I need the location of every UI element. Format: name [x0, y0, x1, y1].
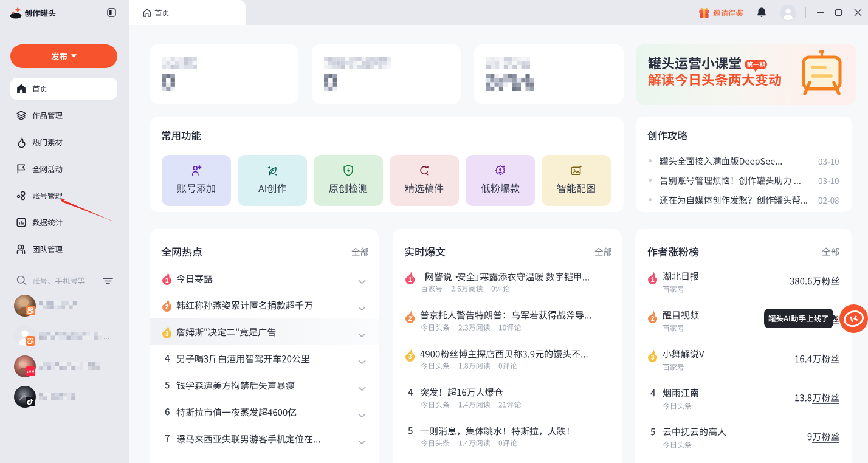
svg-text:2: 2 [651, 316, 655, 323]
svg-text:1: 1 [408, 277, 412, 284]
svg-text:2: 2 [408, 315, 412, 322]
svg-text:1: 1 [651, 277, 655, 284]
svg-text:3: 3 [651, 355, 655, 362]
svg-text:3: 3 [408, 354, 412, 361]
svg-text:2: 2 [165, 304, 169, 310]
svg-text:1: 1 [165, 277, 169, 284]
svg-text:3: 3 [165, 331, 169, 337]
